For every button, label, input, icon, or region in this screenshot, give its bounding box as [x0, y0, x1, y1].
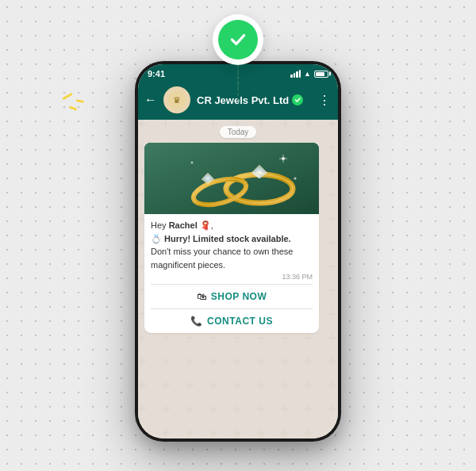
status-icons: ▲ — [290, 70, 328, 78]
contact-icon: 📞 — [190, 316, 202, 327]
verified-badge-outer — [213, 14, 263, 65]
recipient-name: Rachel — [169, 220, 198, 230]
ring-emoji: 💍 — [151, 234, 162, 243]
more-options-icon[interactable]: ⋮ — [318, 93, 332, 108]
phone-frame: 9:41 ▲ ← — [135, 61, 341, 442]
phone-mockup-wrapper: 9:41 ▲ ← — [135, 61, 341, 442]
shop-now-label: SHOP NOW — [211, 291, 267, 302]
greeting-text: Hey — [151, 220, 169, 230]
contact-us-label: CONTACT US — [207, 316, 273, 327]
urgency-text: Hurry! Limited stock available. — [162, 234, 291, 243]
message-bubble: Hey Rachel 🧣, 💍 Hurry! Limited stock ava… — [144, 143, 319, 333]
status-time: 9:41 — [148, 69, 165, 78]
ring-illustration — [144, 143, 319, 214]
contact-verified-icon — [292, 94, 303, 105]
jewelry-svg — [144, 143, 319, 214]
phone-screen: 9:41 ▲ ← — [138, 64, 338, 438]
name-emoji: 🧣, — [198, 220, 213, 230]
contact-us-button[interactable]: 📞 CONTACT US — [144, 309, 319, 333]
message-body: Hey Rachel 🧣, 💍 Hurry! Limited stock ava… — [144, 214, 319, 284]
brand-logo-icon: ♛ — [168, 91, 186, 109]
battery-fill — [316, 72, 324, 76]
svg-point-14 — [294, 178, 297, 180]
checkmark-icon — [228, 29, 248, 50]
wifi-icon: ▲ — [304, 70, 311, 78]
contact-name-row: CR Jewels Pvt. Ltd — [197, 94, 312, 106]
sparkle-decoration — [62, 95, 84, 109]
verified-badge-inner — [218, 20, 258, 59]
date-separator: Today — [144, 126, 332, 138]
date-label: Today — [220, 126, 257, 138]
shop-now-button[interactable]: 🛍 SHOP NOW — [144, 285, 319, 308]
chat-area: Today — [138, 120, 338, 438]
svg-text:♛: ♛ — [173, 95, 181, 105]
svg-point-13 — [191, 162, 194, 164]
product-image — [144, 143, 319, 214]
signal-icon — [290, 70, 301, 78]
verified-badge-wrapper — [213, 14, 263, 65]
sparkle-lines — [62, 95, 84, 102]
back-button[interactable]: ← — [144, 93, 157, 107]
contact-info: CR Jewels Pvt. Ltd — [197, 94, 312, 106]
shop-icon: 🛍 — [197, 291, 206, 302]
sparkle-line-2 — [76, 99, 84, 103]
message-text: Hey Rachel 🧣, 💍 Hurry! Limited stock ava… — [151, 219, 313, 271]
contact-avatar: ♛ — [163, 86, 190, 113]
connector-line — [237, 65, 239, 89]
body-text: Don't miss your chance to own these magn… — [151, 247, 293, 270]
battery-icon — [314, 71, 328, 78]
message-timestamp: 13:36 PM — [151, 273, 313, 281]
